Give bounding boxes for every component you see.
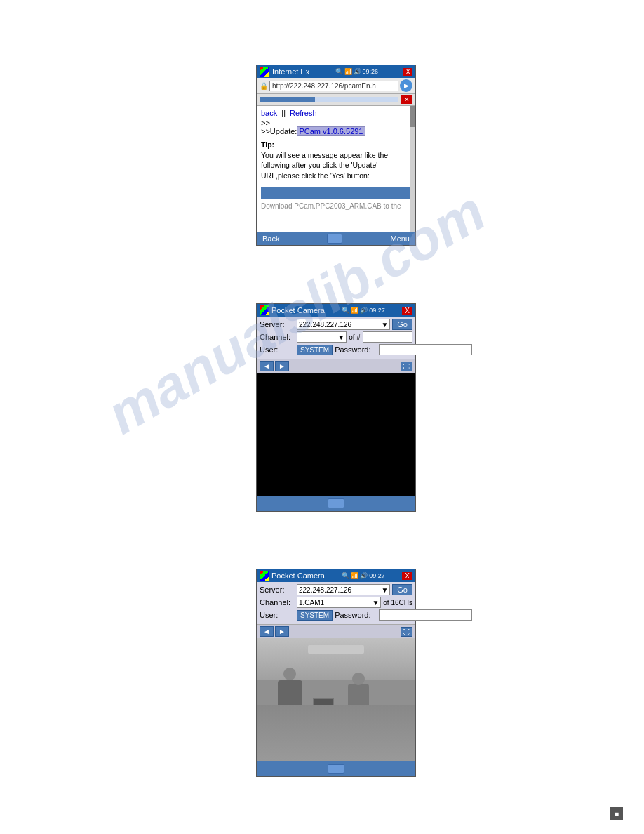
windows-flag-icon	[260, 67, 269, 77]
top-rule	[21, 51, 623, 51]
pc3-password-input[interactable]	[379, 609, 472, 621]
back-link[interactable]: back	[261, 109, 277, 117]
ie-close-button[interactable]: X	[403, 68, 412, 76]
pc2-prev-button[interactable]: ◄	[260, 361, 274, 371]
pc2-bottombar	[257, 496, 415, 511]
pc3-server-row: Server: 222.248.227.126 ▼ Go	[260, 584, 412, 595]
pc2-form: Server: 222.248.227.126 ▼ Go Channel: ▼ …	[257, 317, 415, 359]
pc3-volume-icon: 🔊	[360, 572, 368, 579]
screenshot-internet-explorer: Internet Ex 🔍 📶 🔊 09:26 X 🔒 http://222.2…	[256, 65, 416, 246]
pc3-go-button[interactable]: Go	[392, 584, 412, 595]
pc2-status-icons: 🔍 📶 🔊 09:27	[342, 307, 385, 314]
pc3-nav-arrows: ◄ ►	[260, 626, 289, 637]
pc3-windows-flag-icon	[260, 571, 269, 581]
pc3-server-label: Server:	[260, 585, 295, 594]
pc2-close-button[interactable]: X	[402, 307, 412, 315]
pc3-video-area	[257, 638, 415, 761]
pc3-user-button[interactable]: SYSTEM	[297, 610, 333, 621]
pc3-password-label: Password:	[335, 611, 377, 619]
ie-menu-button[interactable]: Menu	[390, 234, 410, 243]
pc2-time: 09:27	[369, 307, 385, 314]
pc3-channel-dropdown[interactable]: 1.CAM1 ▼	[297, 597, 381, 608]
pc3-server-value: 222.248.227.126	[299, 586, 351, 594]
pc3-channel-label: Channel:	[260, 598, 295, 607]
cctv-ceiling	[257, 638, 415, 680]
pc2-password-label: Password:	[335, 345, 377, 354]
ie-content-area: back || Refresh >> >>Update:PCam v1.0.6.…	[257, 106, 415, 232]
tip-text: You will see a message appear like the f…	[261, 151, 388, 180]
pc2-search-icon: 🔍	[342, 307, 349, 314]
pc2-video-area	[257, 373, 415, 496]
ie-back-button[interactable]: Back	[262, 234, 279, 243]
pc3-user-label: User:	[260, 611, 295, 619]
ie-time: 09:26	[363, 68, 379, 75]
refresh-link[interactable]: Refresh	[290, 109, 317, 117]
pc3-title: Pocket Camera	[271, 571, 325, 580]
pc3-status-icons: 🔍 📶 🔊 09:27	[342, 572, 385, 579]
pc3-titlebar-left: Pocket Camera	[260, 571, 325, 581]
pc3-channel-value: 1.CAM1	[299, 599, 324, 607]
cctv-light	[308, 645, 364, 654]
ie-scrollbar[interactable]	[410, 106, 415, 232]
ie-scrollbar-thumb[interactable]	[410, 106, 415, 127]
ie-titlebar: Internet Ex 🔍 📶 🔊 09:26 X	[257, 65, 415, 78]
screenshot-pocket-camera-cctv: Pocket Camera 🔍 📶 🔊 09:27 X Server: 222.…	[256, 569, 416, 777]
separator: ||	[281, 109, 286, 117]
pc2-server-dropdown[interactable]: 222.248.227.126 ▼	[297, 319, 390, 330]
pc2-user-label: User:	[260, 345, 295, 354]
pc2-channel-count-input[interactable]	[363, 331, 412, 343]
ie-stop-button[interactable]: ✕	[401, 95, 412, 104]
ie-url-input[interactable]: http://222.248.227.126/pcamEn.h	[269, 81, 398, 91]
pc3-search-icon: 🔍	[342, 572, 349, 579]
screenshot-pocket-camera-empty: Pocket Camera 🔍 📶 🔊 09:27 X Server: 222.…	[256, 303, 416, 512]
pc2-server-value: 222.248.227.126	[299, 321, 351, 329]
pc3-keyboard-icon[interactable]	[328, 764, 344, 774]
pc3-channel-row: Channel: 1.CAM1 ▼ of 16CHs	[260, 597, 412, 608]
pc2-windows-flag-icon	[260, 305, 269, 315]
ie-title: Internet Ex	[272, 67, 309, 76]
pc3-time: 09:27	[369, 572, 385, 579]
ie-bottombar: Back Menu	[257, 232, 415, 245]
pc3-form: Server: 222.248.227.126 ▼ Go Channel: 1.…	[257, 582, 415, 624]
pc2-channel-dropdown[interactable]: ▼	[297, 331, 347, 343]
update-line: >>Update:PCam v1.0.6.5291	[261, 127, 411, 135]
pc2-channel-label: Channel:	[260, 333, 295, 341]
pc2-next-button[interactable]: ►	[275, 361, 289, 371]
pc3-channel-arrow: ▼	[372, 599, 379, 607]
pc3-server-dropdown[interactable]: 222.248.227.126 ▼	[297, 584, 390, 595]
pc3-of-text: of 16CHs	[383, 599, 412, 607]
pc2-user-button[interactable]: SYSTEM	[297, 345, 333, 355]
pc3-fullscreen-button[interactable]: ⛶	[401, 627, 412, 637]
lock-icon: 🔒	[260, 82, 268, 90]
ie-progress-fill	[260, 97, 315, 102]
pc2-user-row: User: SYSTEM Password:	[260, 344, 412, 355]
cctv-floor	[257, 705, 415, 761]
pc2-nav-row: ◄ ► ⛶	[257, 359, 415, 373]
ie-go-button[interactable]: ▶	[400, 79, 412, 92]
ie-titlebar-left: Internet Ex	[260, 67, 309, 77]
pc3-user-row: User: SYSTEM Password:	[260, 609, 412, 621]
pc3-nav-row: ◄ ► ⛶	[257, 624, 415, 638]
pc3-prev-button[interactable]: ◄	[260, 626, 274, 637]
search-icon: 🔍	[335, 68, 343, 75]
signal-icon: 📶	[344, 68, 352, 75]
pc2-fullscreen-button[interactable]: ⛶	[401, 362, 412, 371]
tip-label: Tip:	[261, 140, 274, 149]
update-link[interactable]: PCam v1.0.6.5291	[297, 126, 365, 136]
ie-download-text: Download PCam.PPC2003_ARM.CAB to the	[261, 201, 411, 211]
pc2-server-row: Server: 222.248.227.126 ▼ Go	[260, 319, 412, 330]
pc2-signal-icon: 📶	[351, 307, 358, 314]
pc2-go-button[interactable]: Go	[392, 319, 412, 330]
pc2-password-input[interactable]	[379, 344, 472, 355]
pc3-close-button[interactable]: X	[402, 572, 412, 580]
page-badge: ■	[610, 807, 623, 820]
pc2-nav-arrows: ◄ ►	[260, 361, 289, 371]
ie-keyboard-icon[interactable]	[327, 234, 342, 244]
pc2-of-text: of #	[349, 333, 361, 341]
pc2-keyboard-icon[interactable]	[328, 498, 344, 508]
pc3-next-button[interactable]: ►	[275, 626, 289, 637]
pc2-dropdown-arrow: ▼	[381, 321, 388, 329]
cctv-image	[257, 638, 415, 761]
ie-nav-links: back || Refresh	[261, 109, 411, 117]
pc2-channel-row: Channel: ▼ of #	[260, 331, 412, 343]
